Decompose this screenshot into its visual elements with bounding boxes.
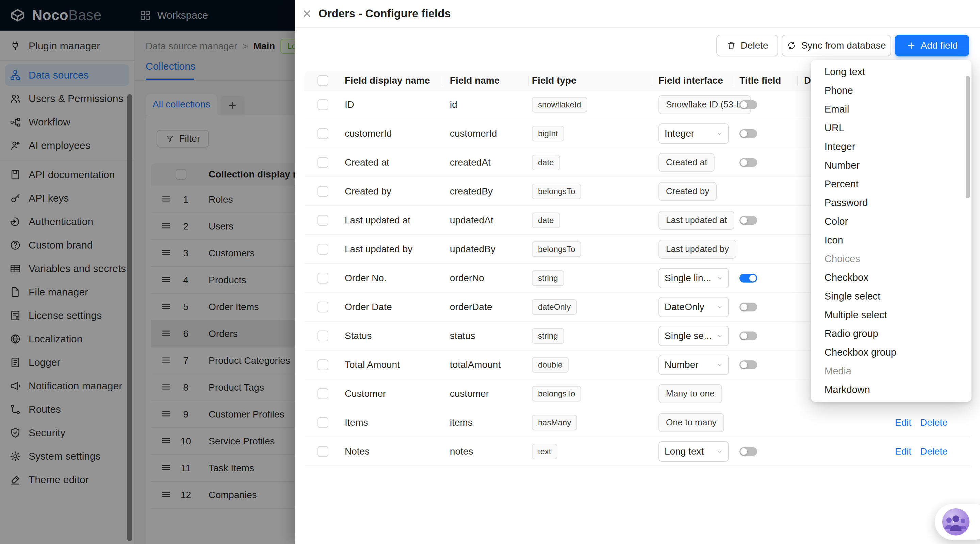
field-interface-value: Integer — [665, 128, 694, 139]
column-field-type: Field type — [532, 75, 576, 86]
row-checkbox[interactable] — [318, 273, 328, 284]
field-interface-value: Long text — [665, 446, 704, 457]
field-type-option-markdown[interactable]: Markdown — [811, 381, 972, 399]
field-interface-select[interactable]: Long text — [659, 441, 729, 462]
plus-icon — [907, 41, 916, 50]
delete-link[interactable]: Delete — [920, 446, 948, 457]
drawer-title: Orders - Configure fields — [318, 7, 451, 20]
field-type-option-long-text[interactable]: Long text — [811, 63, 972, 81]
field-type-tag: string — [532, 270, 564, 286]
field-type-group-choices: Choices — [811, 249, 972, 268]
field-interface-select[interactable]: Single se... — [659, 326, 729, 346]
title-field-toggle[interactable] — [740, 158, 757, 167]
field-interface-select[interactable]: DateOnly — [659, 297, 729, 317]
row-checkbox[interactable] — [318, 301, 328, 312]
field-type-option-percent[interactable]: Percent — [811, 175, 972, 193]
delete-button[interactable]: Delete — [716, 35, 778, 56]
field-name: items — [450, 417, 473, 428]
field-display-name: Created by — [345, 186, 391, 197]
field-type-option-integer[interactable]: Integer — [811, 137, 972, 156]
field-display-name: Notes — [345, 446, 369, 457]
row-checkbox[interactable] — [318, 157, 328, 168]
delete-link[interactable]: Delete — [920, 417, 948, 428]
field-name: updatedBy — [450, 244, 495, 255]
title-field-toggle[interactable] — [740, 303, 757, 311]
field-type-group-media: Media — [811, 362, 972, 381]
field-display-name: Order Date — [345, 301, 392, 312]
row-checkbox[interactable] — [318, 446, 328, 457]
field-type-tag: dateOnly — [532, 299, 577, 315]
edit-link[interactable]: Edit — [895, 417, 911, 428]
column-separator — [797, 76, 798, 86]
title-field-toggle[interactable] — [740, 274, 757, 282]
drawer-header: Orders - Configure fields — [295, 0, 980, 28]
field-display-name: Status — [345, 330, 372, 341]
field-type-option-phone[interactable]: Phone — [811, 81, 972, 100]
field-display-name: Created at — [345, 157, 389, 168]
field-type-tag: bigInt — [532, 126, 564, 141]
field-type-option-password[interactable]: Password — [811, 193, 972, 212]
field-interface-select[interactable]: Single lin... — [659, 268, 729, 288]
ai-assistant-button[interactable] — [935, 504, 980, 540]
row-checkbox[interactable] — [318, 359, 328, 370]
row-checkbox[interactable] — [318, 186, 328, 197]
field-type-option-email[interactable]: Email — [811, 100, 972, 119]
sync-icon — [787, 41, 796, 50]
title-field-toggle[interactable] — [740, 331, 757, 340]
field-interface-select[interactable]: Number — [659, 355, 729, 375]
field-type-option-icon[interactable]: Icon — [811, 231, 972, 249]
row-checkbox[interactable] — [318, 417, 328, 428]
add-field-dropdown: Long textPhoneEmailURLIntegerNumberPerce… — [811, 60, 972, 402]
row-actions: EditDelete — [895, 446, 948, 457]
row-checkbox[interactable] — [318, 388, 328, 399]
column-separator — [652, 76, 652, 86]
field-type-tag: string — [532, 328, 564, 344]
field-interface-tag: Many to one — [659, 384, 722, 403]
column-separator — [733, 76, 733, 86]
field-type-option-radio-group[interactable]: Radio group — [811, 324, 972, 343]
field-type-tag: date — [532, 213, 560, 228]
field-type-tag: belongsTo — [532, 241, 581, 257]
column-separator — [442, 76, 442, 86]
field-display-name: Order No. — [345, 273, 387, 284]
title-field-toggle[interactable] — [740, 129, 757, 138]
close-icon[interactable] — [301, 8, 312, 19]
column-field-interface: Field interface — [659, 75, 723, 86]
field-interface-tag: Created at — [659, 153, 714, 172]
field-type-option-single-select[interactable]: Single select — [811, 287, 972, 306]
title-field-toggle[interactable] — [740, 447, 757, 456]
add-field-button[interactable]: Add field — [895, 35, 969, 56]
column-field-display-name: Field display name — [345, 75, 430, 86]
field-type-option-number[interactable]: Number — [811, 156, 972, 175]
field-type-option-url[interactable]: URL — [811, 119, 972, 137]
field-name: createdBy — [450, 186, 493, 197]
field-type-option-checkbox-group[interactable]: Checkbox group — [811, 343, 972, 362]
edit-link[interactable]: Edit — [895, 446, 911, 457]
field-type-option-color[interactable]: Color — [811, 212, 972, 231]
row-checkbox[interactable] — [318, 330, 328, 341]
field-name: status — [450, 330, 476, 341]
sync-from-database-button[interactable]: Sync from database — [782, 35, 891, 56]
field-type-tag: snowflakeId — [532, 97, 587, 113]
chevron-down-icon — [716, 130, 724, 137]
dropdown-scrollbar[interactable] — [966, 76, 970, 198]
field-type-tag: hasMany — [532, 415, 577, 430]
field-display-name: Last updated at — [345, 215, 410, 226]
title-field-toggle[interactable] — [740, 100, 757, 109]
field-interface-select[interactable]: Integer — [659, 124, 729, 144]
field-name: updatedAt — [450, 215, 493, 226]
row-checkbox[interactable] — [318, 244, 328, 255]
row-checkbox[interactable] — [318, 215, 328, 226]
field-interface-value: Single se... — [665, 330, 712, 341]
row-checkbox[interactable] — [318, 128, 328, 139]
row-checkbox[interactable] — [318, 99, 328, 110]
field-type-option-multiple-select[interactable]: Multiple select — [811, 306, 972, 324]
title-field-toggle[interactable] — [740, 360, 757, 369]
field-type-tag: text — [532, 444, 557, 459]
field-interface-tag: Last updated at — [659, 211, 734, 230]
field-type-option-checkbox[interactable]: Checkbox — [811, 268, 972, 287]
title-field-toggle[interactable] — [740, 216, 757, 225]
field-display-name: customerId — [345, 128, 392, 139]
field-type-tag: belongsTo — [532, 184, 581, 199]
select-all-fields-checkbox[interactable] — [318, 75, 328, 86]
